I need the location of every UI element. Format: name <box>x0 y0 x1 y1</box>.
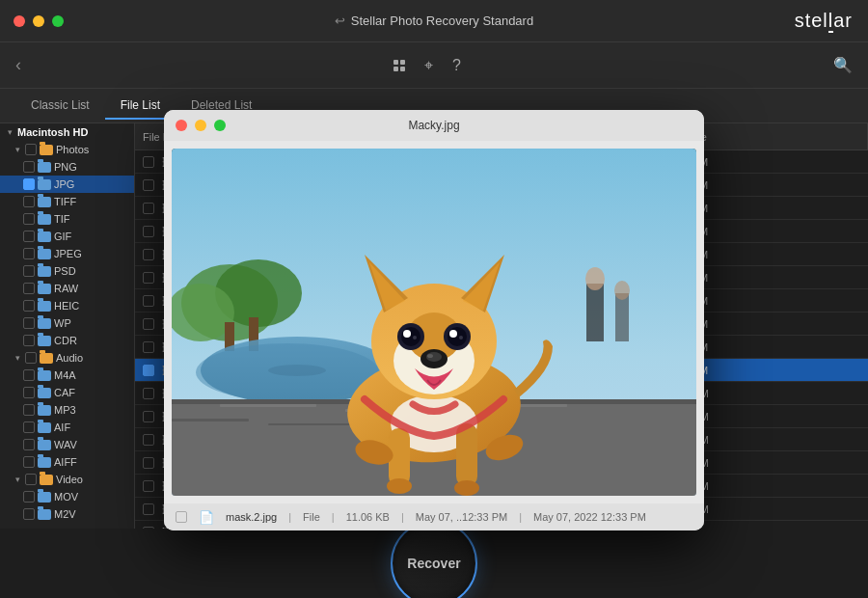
minimize-button[interactable] <box>33 15 44 27</box>
modal-title-bar: Macky.jpg <box>164 110 704 141</box>
jpg-checkbox[interactable] <box>23 178 35 190</box>
aif-checkbox[interactable] <box>23 421 35 433</box>
sidebar-item-m4a[interactable]: M4A <box>0 367 134 384</box>
psd-checkbox[interactable] <box>23 265 35 277</box>
file-checkbox[interactable] <box>143 179 154 191</box>
footer-file-checkbox[interactable] <box>176 511 187 523</box>
modal-minimize-button[interactable] <box>195 120 206 131</box>
aiff-folder-icon <box>38 457 51 468</box>
aiff-checkbox[interactable] <box>23 456 35 468</box>
modal-maximize-button[interactable] <box>214 120 226 131</box>
recover-button[interactable]: Recover <box>391 520 477 598</box>
corgi-svg <box>172 149 696 496</box>
m2v-checkbox[interactable] <box>23 508 35 520</box>
file-checkbox[interactable] <box>143 203 154 214</box>
sidebar-item-audio[interactable]: ▾ Audio <box>0 349 134 367</box>
svg-rect-14 <box>220 404 316 407</box>
png-checkbox[interactable] <box>23 161 35 173</box>
sidebar-item-png[interactable]: PNG <box>0 158 134 176</box>
sidebar-item-raw[interactable]: RAW <box>0 280 134 297</box>
file-checkbox[interactable] <box>143 434 154 446</box>
sidebar-item-video[interactable]: ▾ Video <box>0 471 134 488</box>
window-controls <box>14 15 64 27</box>
sidebar-item-m2v[interactable]: M2V <box>0 505 134 523</box>
modal-close-button[interactable] <box>176 120 187 131</box>
sidebar-item-mp3[interactable]: MP3 <box>0 401 134 419</box>
sidebar-item-aiff[interactable]: AIFF <box>0 453 134 471</box>
jpeg-checkbox[interactable] <box>23 248 35 259</box>
file-checkbox[interactable] <box>143 503 154 515</box>
caf-folder-icon <box>38 388 51 398</box>
sidebar-item-jpg[interactable]: JPG <box>0 176 134 193</box>
cdr-checkbox[interactable] <box>23 335 35 346</box>
svg-point-45 <box>268 365 326 376</box>
file-checkbox[interactable] <box>143 295 154 307</box>
preview-modal[interactable]: Macky.jpg <box>164 110 704 530</box>
file-checkbox[interactable] <box>143 318 154 330</box>
tiff-checkbox[interactable] <box>23 196 35 207</box>
gif-folder-icon <box>38 231 51 242</box>
sidebar-item-aif[interactable]: AIF <box>0 419 134 436</box>
tools-icon[interactable]: ⌖ <box>424 57 433 74</box>
file-checkbox[interactable] <box>143 249 154 260</box>
search-icon[interactable]: 🔍 <box>833 56 853 74</box>
sidebar-item-heic[interactable]: HEIC <box>0 297 134 314</box>
sidebar-item-macintosh-hd[interactable]: ▾ Macintosh HD <box>0 123 134 141</box>
preview-image <box>172 149 696 496</box>
cdr-folder-icon <box>38 336 51 346</box>
file-checkbox[interactable] <box>143 411 154 422</box>
file-checkbox[interactable] <box>143 365 154 376</box>
photos-checkbox[interactable] <box>25 144 37 155</box>
sidebar-item-cdr[interactable]: CDR <box>0 332 134 349</box>
file-checkbox[interactable] <box>143 341 154 353</box>
back-button[interactable]: ‹ <box>15 55 21 75</box>
grid-view-button[interactable] <box>393 60 405 71</box>
m4a-checkbox[interactable] <box>23 369 35 381</box>
back-icon: ↩ <box>335 14 345 28</box>
tab-classic-list[interactable]: Classic List <box>15 93 105 120</box>
mov-checkbox[interactable] <box>23 491 35 503</box>
file-checkbox[interactable] <box>143 156 154 168</box>
raw-checkbox[interactable] <box>23 283 35 294</box>
modal-title: Macky.jpg <box>408 119 459 132</box>
aif-folder-icon <box>38 422 51 433</box>
video-folder-icon <box>40 475 53 485</box>
heic-folder-icon <box>38 301 51 312</box>
heic-checkbox[interactable] <box>23 300 35 312</box>
file-checkbox[interactable] <box>143 388 154 399</box>
file-checkbox[interactable] <box>143 226 154 237</box>
file-checkbox[interactable] <box>143 272 154 284</box>
sidebar-item-wav[interactable]: WAV <box>0 436 134 453</box>
stellar-logo: stellar <box>795 10 853 32</box>
tif-checkbox[interactable] <box>23 213 35 225</box>
mp3-folder-icon <box>38 405 51 416</box>
sidebar-item-caf[interactable]: CAF <box>0 384 134 401</box>
caf-checkbox[interactable] <box>23 387 35 398</box>
gif-checkbox[interactable] <box>23 231 35 242</box>
sidebar-item-psd[interactable]: PSD <box>0 262 134 280</box>
tiff-folder-icon <box>38 197 51 207</box>
sidebar-item-photos[interactable]: ▾ Photos <box>0 141 134 158</box>
photos-folder-icon <box>40 145 53 155</box>
sidebar-item-jpeg[interactable]: JPEG <box>0 245 134 262</box>
jpeg-folder-icon <box>38 249 51 259</box>
maximize-button[interactable] <box>52 15 64 27</box>
modal-body <box>164 141 704 503</box>
wp-folder-icon <box>38 318 51 329</box>
svg-point-42 <box>427 354 433 358</box>
close-button[interactable] <box>14 15 25 27</box>
audio-checkbox[interactable] <box>25 352 37 364</box>
video-checkbox[interactable] <box>25 474 37 485</box>
sidebar-item-tif[interactable]: TIF <box>0 210 134 228</box>
sidebar-item-mov[interactable]: MOV <box>0 488 134 505</box>
psd-folder-icon <box>38 266 51 277</box>
sidebar-item-gif[interactable]: GIF <box>0 228 134 245</box>
wp-checkbox[interactable] <box>23 317 35 329</box>
wav-checkbox[interactable] <box>23 439 35 450</box>
file-checkbox[interactable] <box>143 457 154 469</box>
help-icon[interactable]: ? <box>452 57 461 74</box>
sidebar-item-tiff[interactable]: TIFF <box>0 193 134 210</box>
sidebar-item-wp[interactable]: WP <box>0 314 134 332</box>
mp3-checkbox[interactable] <box>23 404 35 416</box>
file-checkbox[interactable] <box>143 480 154 492</box>
